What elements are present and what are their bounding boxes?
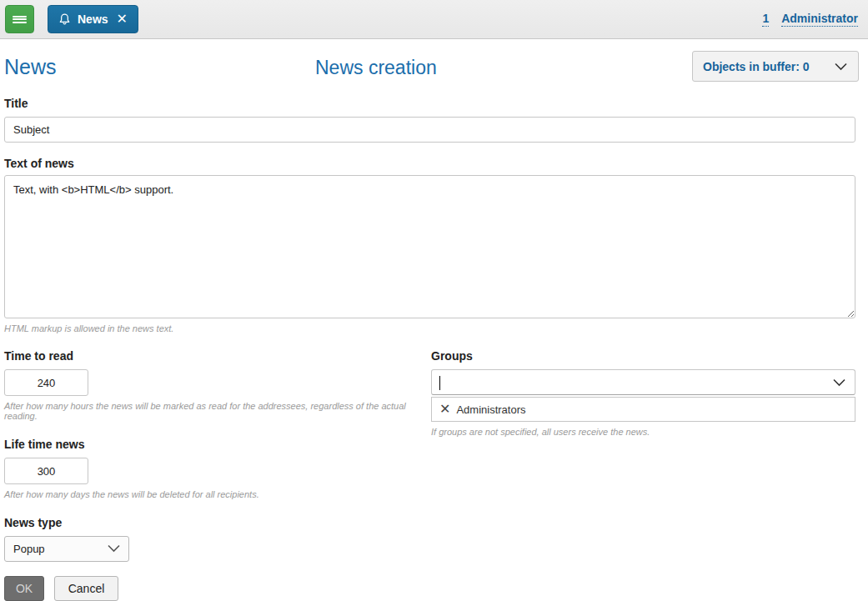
top-bar: News ✕ 1 Administrator: [0, 0, 868, 39]
session-count-link[interactable]: 1: [762, 12, 769, 27]
right-column: Groups ✕ Administrators If groups are no…: [431, 349, 855, 601]
menu-button[interactable]: [5, 5, 34, 33]
text-caret: [439, 376, 440, 390]
bell-icon: [58, 13, 71, 26]
groups-label: Groups: [431, 349, 855, 363]
news-type-select[interactable]: Popup: [4, 536, 129, 562]
groups-combobox[interactable]: [431, 369, 855, 395]
selected-group-row: ✕ Administrators: [431, 397, 855, 422]
form-title: News creation: [315, 57, 437, 79]
life-time-input[interactable]: [4, 458, 88, 484]
news-type-select-wrap: Popup: [4, 536, 129, 562]
time-to-read-hint: After how many hours the news will be ma…: [4, 401, 427, 421]
life-time-label: Life time news: [4, 438, 427, 451]
time-to-read-input[interactable]: [4, 369, 88, 396]
user-area: 1 Administrator: [762, 12, 858, 27]
title-input[interactable]: [4, 117, 855, 143]
news-text-textarea[interactable]: Text, with <b>HTML</b> support.: [4, 175, 855, 318]
tab-news[interactable]: News ✕: [48, 5, 138, 33]
groups-hint: If groups are not specified, all users r…: [431, 427, 855, 437]
form-buttons: OK Cancel: [4, 576, 427, 601]
text-of-news-label: Text of news: [4, 157, 855, 170]
news-type-label: News type: [4, 516, 427, 529]
tab-close-icon[interactable]: ✕: [117, 13, 128, 26]
tab-news-label: News: [78, 13, 108, 26]
cancel-button[interactable]: Cancel: [54, 576, 118, 601]
news-creation-form: Title Text of news Text, with <b>HTML</b…: [0, 97, 868, 601]
time-to-read-label: Time to read: [4, 349, 427, 363]
text-hint: HTML markup is allowed in the news text.: [4, 323, 855, 333]
life-time-hint: After how many days the news will be del…: [4, 489, 427, 499]
page-title: News: [4, 55, 57, 79]
objects-in-buffer-label: Objects in buffer: 0: [703, 60, 810, 73]
left-column: Time to read After how many hours the ne…: [4, 349, 427, 601]
chevron-down-icon[interactable]: [832, 378, 846, 388]
current-user-link[interactable]: Administrator: [781, 12, 858, 27]
chevron-down-icon: [834, 62, 848, 72]
selected-group-name: Administrators: [456, 403, 525, 416]
hamburger-icon: [13, 14, 27, 24]
remove-group-icon[interactable]: ✕: [439, 403, 450, 416]
header-row: News News creation Objects in buffer: 0: [0, 51, 868, 86]
title-label: Title: [4, 97, 855, 110]
objects-in-buffer-dropdown[interactable]: Objects in buffer: 0: [692, 51, 859, 82]
ok-button[interactable]: OK: [4, 576, 44, 601]
